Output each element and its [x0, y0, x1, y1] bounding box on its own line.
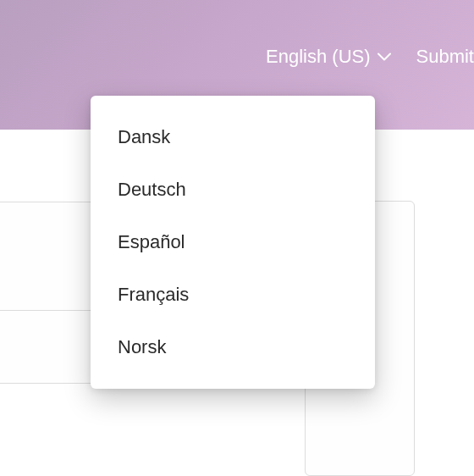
language-option-label: Español [118, 231, 185, 252]
top-nav: English (US) Submit [266, 46, 474, 68]
language-current-label: English (US) [266, 46, 370, 68]
language-option-francais[interactable]: Français [91, 268, 375, 321]
language-option-deutsch[interactable]: Deutsch [91, 163, 375, 216]
language-option-label: Norsk [118, 336, 166, 357]
language-option-label: Deutsch [118, 179, 186, 200]
language-dropdown: Dansk Deutsch Español Français Norsk [91, 96, 375, 389]
language-option-dansk[interactable]: Dansk [91, 111, 375, 163]
language-selector[interactable]: English (US) [266, 46, 390, 68]
submit-label: Submit [416, 46, 474, 67]
panel-divider [0, 310, 101, 311]
language-option-espanol[interactable]: Español [91, 216, 375, 268]
background-panel-left [0, 202, 102, 384]
language-option-norsk[interactable]: Norsk [91, 321, 375, 374]
language-option-label: Dansk [118, 126, 170, 147]
language-option-label: Français [118, 284, 189, 305]
submit-link[interactable]: Submit [416, 46, 474, 68]
chevron-down-icon [378, 53, 391, 61]
